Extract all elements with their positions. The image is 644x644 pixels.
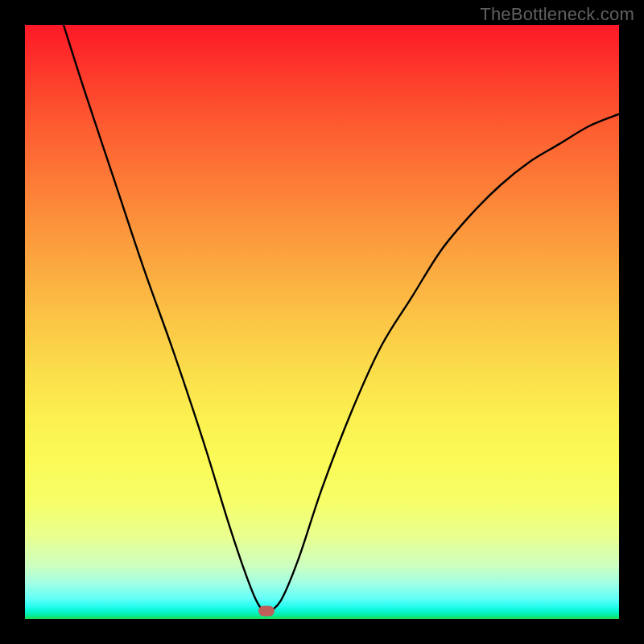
chart-frame: TheBottleneck.com [0,0,644,644]
attribution-text: TheBottleneck.com [480,4,634,25]
plot-area [25,25,619,619]
bottleneck-curve [25,25,619,619]
minimum-marker [258,606,275,617]
